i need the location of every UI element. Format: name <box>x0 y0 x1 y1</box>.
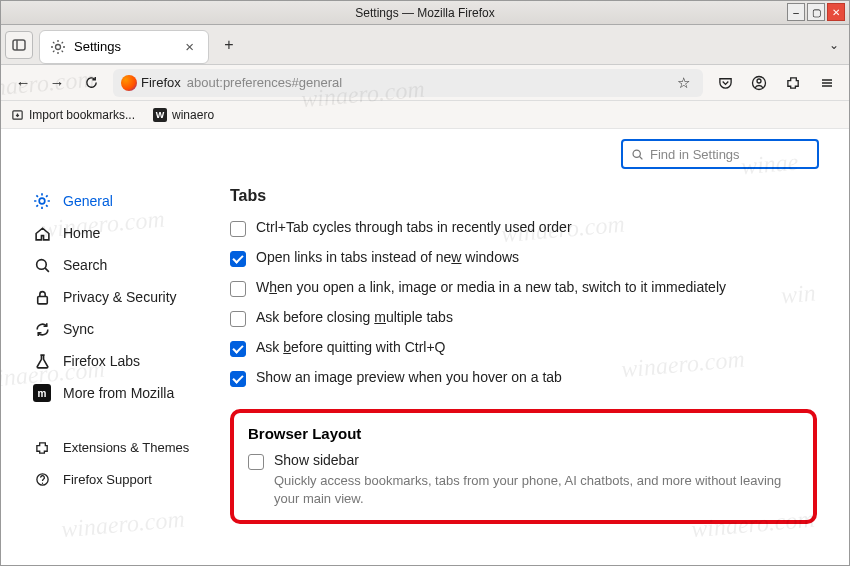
reload-button[interactable] <box>79 71 103 95</box>
svg-rect-12 <box>37 296 47 303</box>
gear-icon <box>33 192 51 210</box>
nav-extensions[interactable]: Extensions & Themes <box>33 431 226 463</box>
svg-line-16 <box>640 156 643 159</box>
svg-line-11 <box>45 268 49 272</box>
puzzle-icon <box>33 438 51 456</box>
nav-toolbar: ← → Firefox about:preferences#general ☆ <box>1 65 849 101</box>
mozilla-icon: m <box>33 384 51 402</box>
checkbox[interactable] <box>230 251 246 267</box>
extensions-button[interactable] <box>781 71 805 95</box>
minimize-button[interactable]: – <box>787 3 805 21</box>
checkbox[interactable] <box>248 454 264 470</box>
checkbox[interactable] <box>230 341 246 357</box>
section-browser-layout-heading: Browser Layout <box>248 425 799 442</box>
browser-layout-highlight: Browser Layout Show sidebar Quickly acce… <box>230 409 817 524</box>
section-tabs-heading: Tabs <box>230 187 817 205</box>
winaero-favicon: W <box>153 108 167 122</box>
url-bar[interactable]: Firefox about:preferences#general ☆ <box>113 69 703 97</box>
pocket-button[interactable] <box>713 71 737 95</box>
search-icon <box>631 148 644 161</box>
nav-privacy[interactable]: Privacy & Security <box>33 281 226 313</box>
pref-ask-before-quitting[interactable]: Ask before quitting with Ctrl+Q <box>230 333 817 363</box>
nav-support[interactable]: Firefox Support <box>33 463 226 495</box>
svg-point-14 <box>41 482 42 483</box>
close-window-button[interactable]: ✕ <box>827 3 845 21</box>
tab-close-button[interactable]: × <box>181 38 198 55</box>
maximize-button[interactable]: ▢ <box>807 3 825 21</box>
svg-point-10 <box>36 259 46 269</box>
hamburger-icon <box>820 76 834 90</box>
svg-point-9 <box>39 198 45 204</box>
nav-sync[interactable]: Sync <box>33 313 226 345</box>
gear-icon <box>50 39 66 55</box>
pref-ctrl-tab[interactable]: Ctrl+Tab cycles through tabs in recently… <box>230 213 817 243</box>
tab-settings[interactable]: Settings × <box>39 30 209 64</box>
question-icon <box>33 470 51 488</box>
forward-button[interactable]: → <box>45 71 69 95</box>
checkbox[interactable] <box>230 311 246 327</box>
svg-rect-0 <box>13 40 25 50</box>
panel-icon <box>12 38 26 52</box>
svg-point-4 <box>757 79 761 83</box>
sidebar-toggle-button[interactable] <box>5 31 33 59</box>
checkbox[interactable] <box>230 281 246 297</box>
account-icon <box>751 75 767 91</box>
pref-ask-close-multiple[interactable]: Ask before closing multiple tabs <box>230 303 817 333</box>
pref-show-sidebar[interactable]: Show sidebar <box>248 452 799 470</box>
search-icon <box>33 256 51 274</box>
pref-open-links-in-tabs[interactable]: Open links in tabs instead of new window… <box>230 243 817 273</box>
nav-labs[interactable]: Firefox Labs <box>33 345 226 377</box>
tabs-dropdown-button[interactable]: ⌄ <box>829 38 839 52</box>
sync-icon <box>33 320 51 338</box>
account-button[interactable] <box>747 71 771 95</box>
puzzle-icon <box>786 75 801 90</box>
bookmarks-toolbar: Import bookmarks... W winaero <box>1 101 849 129</box>
url-text: about:preferences#general <box>187 75 342 90</box>
pref-hover-preview[interactable]: Show an image preview when you hover on … <box>230 363 817 393</box>
svg-point-2 <box>56 44 61 49</box>
site-identity[interactable]: Firefox <box>121 75 181 91</box>
import-bookmarks-button[interactable]: Import bookmarks... <box>11 108 135 122</box>
new-tab-button[interactable]: + <box>215 31 243 59</box>
nav-home[interactable]: Home <box>33 217 226 249</box>
pref-switch-immediately[interactable]: When you open a link, image or media in … <box>230 273 817 303</box>
settings-content: General Home Search Privacy & Security S… <box>1 129 849 565</box>
firefox-icon <box>121 75 137 91</box>
nav-more-mozilla[interactable]: m More from Mozilla <box>33 377 226 409</box>
flask-icon <box>33 352 51 370</box>
svg-point-15 <box>633 150 640 157</box>
settings-search-input[interactable]: Find in Settings <box>621 139 819 169</box>
home-icon <box>33 224 51 242</box>
checkbox[interactable] <box>230 371 246 387</box>
pocket-icon <box>718 75 733 90</box>
settings-pane: Find in Settings Tabs Ctrl+Tab cycles th… <box>226 129 849 565</box>
window-title: Settings — Mozilla Firefox <box>355 6 494 20</box>
tab-strip: Settings × + ⌄ <box>1 25 849 65</box>
settings-nav: General Home Search Privacy & Security S… <box>1 129 226 565</box>
tab-label: Settings <box>74 39 181 54</box>
lock-icon <box>33 288 51 306</box>
checkbox[interactable] <box>230 221 246 237</box>
app-menu-button[interactable] <box>815 71 839 95</box>
reload-icon <box>84 75 99 90</box>
import-icon <box>11 108 24 121</box>
bookmark-star-button[interactable]: ☆ <box>671 71 695 95</box>
bookmark-winaero[interactable]: W winaero <box>153 108 214 122</box>
nav-general[interactable]: General <box>33 185 226 217</box>
nav-search[interactable]: Search <box>33 249 226 281</box>
back-button[interactable]: ← <box>11 71 35 95</box>
show-sidebar-description: Quickly access bookmarks, tabs from your… <box>274 472 799 508</box>
window-titlebar: Settings — Mozilla Firefox – ▢ ✕ <box>1 1 849 25</box>
